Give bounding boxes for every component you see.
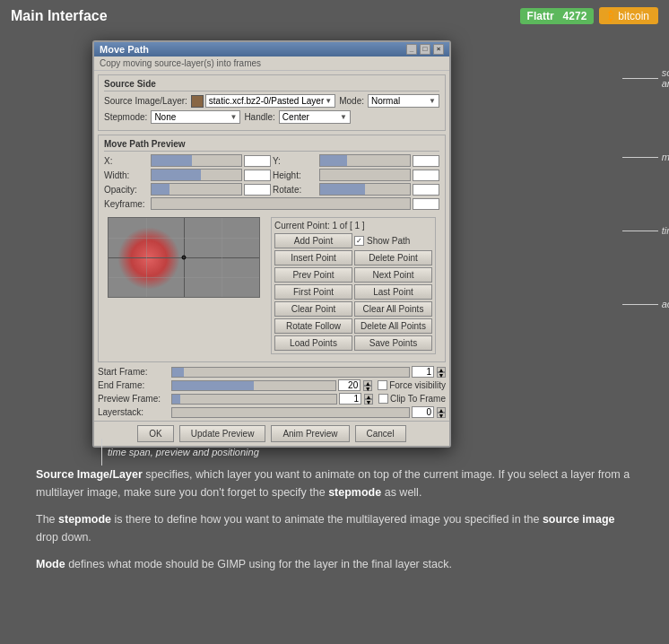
save-points-button[interactable]: Save Points xyxy=(354,335,432,351)
prev-point-button[interactable]: Prev Point xyxy=(274,267,352,283)
clear-all-points-button[interactable]: Clear All Points xyxy=(354,301,432,317)
anim-preview-button[interactable]: Anim Preview xyxy=(271,425,349,442)
rotate-follow-button[interactable]: Rotate Follow xyxy=(274,318,352,334)
sliders-grid: X: 176 Y: 64 Width: 800 xyxy=(104,154,439,196)
annotation-line-timeline xyxy=(622,231,658,231)
width-slider-row: Width: 800 xyxy=(104,169,271,181)
x-value[interactable]: 176 xyxy=(244,155,271,167)
stepmode-dropdown[interactable]: None ▼ xyxy=(151,110,240,124)
grid-line-3 xyxy=(146,218,147,297)
last-point-button[interactable]: Last Point xyxy=(354,284,432,300)
handle-dropdown[interactable]: Center ▼ xyxy=(279,110,351,124)
y-label: Y: xyxy=(273,156,317,166)
delete-all-points-button[interactable]: Delete All Points xyxy=(354,318,432,334)
stepmode-label: Stepmode: xyxy=(104,112,147,122)
active-preview-annotation: active preview xyxy=(622,299,669,309)
keyframe-value[interactable]: 0 xyxy=(413,198,439,210)
preview-frame-down[interactable]: ▼ xyxy=(364,399,373,405)
start-frame-value[interactable] xyxy=(412,366,434,378)
opacity-slider-row: Opacity: 17 xyxy=(104,183,271,196)
next-point-button[interactable]: Next Point xyxy=(354,267,432,283)
opacity-value[interactable]: 17 xyxy=(244,184,271,196)
dropdown-arrow-icon: ▼ xyxy=(325,97,332,105)
preview-section-title: Move Path Preview xyxy=(104,139,439,152)
width-value[interactable]: 800 xyxy=(244,170,271,181)
x-slider[interactable] xyxy=(151,154,242,167)
height-slider-row: Height: 800 xyxy=(273,169,439,181)
layer-icon xyxy=(191,95,204,108)
preview-frame-slider[interactable] xyxy=(171,394,337,405)
keyframe-slider[interactable] xyxy=(151,197,411,210)
start-frame-down[interactable]: ▼ xyxy=(437,372,446,378)
close-button[interactable]: × xyxy=(433,44,444,55)
start-frame-spinners: ▲ ▼ xyxy=(437,367,446,378)
bitcoin-icon: ₿ xyxy=(608,9,614,22)
cancel-button[interactable]: Cancel xyxy=(355,425,406,442)
rotate-value[interactable]: 0 xyxy=(413,184,439,196)
insert-point-button[interactable]: Insert Point xyxy=(274,250,352,265)
first-point-button[interactable]: First Point xyxy=(274,284,352,300)
dialog-area: Move Path _ □ × Copy moving source-layer… xyxy=(83,40,586,448)
timeline-points-annotation: timeline points xyxy=(622,225,669,236)
stepmode-arrow-icon: ▼ xyxy=(230,113,237,121)
source-section: Source Side Source Image/Layer: static.x… xyxy=(98,74,446,131)
timeline-points-annotation-text: timeline points xyxy=(662,225,669,236)
preview-frame-row: Preview Frame: ▲ ▼ Clip To Frame xyxy=(98,393,446,405)
end-frame-slider[interactable] xyxy=(171,380,336,391)
end-frame-label: End Frame: xyxy=(98,380,169,390)
layerstack-down[interactable]: ▼ xyxy=(437,413,446,418)
clear-point-button[interactable]: Clear Point xyxy=(274,301,352,317)
end-frame-spinners: ▲ ▼ xyxy=(363,380,372,391)
canvas-preview xyxy=(108,217,260,298)
description-area: Source Image/Layer specifies, which laye… xyxy=(18,457,651,591)
grid-line-2 xyxy=(109,277,259,278)
mode-arrow-icon: ▼ xyxy=(429,97,436,105)
clip-to-frame-checkbox[interactable] xyxy=(378,394,388,404)
force-visibility-checkbox[interactable] xyxy=(378,380,387,390)
show-path-checkbox[interactable]: ✓ xyxy=(354,236,364,246)
dialog-titlebar: Move Path _ □ × xyxy=(94,42,449,57)
mode-term: Mode xyxy=(36,558,65,570)
preview-frame-value[interactable] xyxy=(339,393,361,405)
bitcoin-badge[interactable]: ₿ bitcoin xyxy=(599,7,658,24)
stepmode-term-1: stepmode xyxy=(328,486,381,499)
load-points-button[interactable]: Load Points xyxy=(274,335,352,351)
start-frame-slider[interactable] xyxy=(171,367,410,378)
header-badges: Flattr 4272 ₿ bitcoin xyxy=(520,7,658,24)
y-value[interactable]: 64 xyxy=(413,155,439,167)
time-span-annotation: time span, preview and positioning xyxy=(108,447,259,457)
layerstack-label: Layerstack: xyxy=(98,407,169,417)
points-buttons: Add Point ✓ Show Path Insert Point Delet… xyxy=(274,233,432,351)
layerstack-slider[interactable] xyxy=(171,407,410,418)
end-frame-value[interactable] xyxy=(338,379,361,391)
page-title: Main Interface xyxy=(11,8,108,24)
source-image-dropdown[interactable]: static.xcf.bz2-0/Pasted Layer ▼ xyxy=(205,94,335,108)
rotate-slider-row: Rotate: 0 xyxy=(273,183,439,196)
description-paragraph-2: The stepmode is there to define how you … xyxy=(36,510,633,546)
minimize-button[interactable]: _ xyxy=(406,44,417,55)
height-slider[interactable] xyxy=(319,169,411,181)
preview-frame-label: Preview Frame: xyxy=(98,394,169,404)
y-slider[interactable] xyxy=(319,154,411,167)
maximize-button[interactable]: □ xyxy=(420,44,430,55)
mode-dropdown[interactable]: Normal ▼ xyxy=(368,94,439,108)
width-slider[interactable] xyxy=(151,169,242,181)
layerstack-row: Layerstack: ▲ ▼ xyxy=(98,406,446,418)
show-path-label: Show Path xyxy=(367,236,410,246)
source-image-row: Source Image/Layer: static.xcf.bz2-0/Pas… xyxy=(104,94,439,108)
end-frame-down[interactable]: ▼ xyxy=(363,386,372,391)
handle-arrow-icon: ▼ xyxy=(340,113,347,121)
modifiers-annotation-text: modifiers xyxy=(662,152,669,162)
delete-point-button[interactable]: Delete Point xyxy=(354,250,432,265)
layerstack-value[interactable] xyxy=(412,406,434,418)
mode-label: Mode: xyxy=(339,96,364,106)
rotate-slider[interactable] xyxy=(319,183,411,196)
opacity-slider[interactable] xyxy=(151,183,242,196)
grid-line-4 xyxy=(222,218,222,297)
height-value[interactable]: 800 xyxy=(413,170,439,181)
frame-controls: Start Frame: ▲ ▼ End Frame: ▲ ▼ xyxy=(98,366,446,418)
active-preview-annotation-text: active preview xyxy=(662,299,669,309)
clip-to-frame-row: Clip To Frame xyxy=(378,394,446,404)
source-image-term: Source Image/Layer xyxy=(36,468,143,481)
add-point-button[interactable]: Add Point xyxy=(274,233,352,248)
